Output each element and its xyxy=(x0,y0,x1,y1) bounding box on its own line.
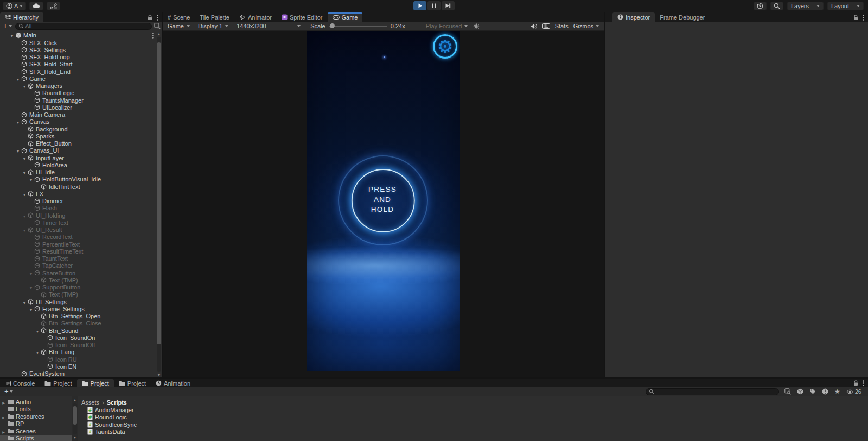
tab-inspector[interactable]: Inspector xyxy=(612,12,655,22)
folder-row[interactable]: Scripts xyxy=(0,435,72,441)
breadcrumb-current[interactable]: Scripts xyxy=(107,399,127,406)
hierarchy-item[interactable]: SFX_Settings xyxy=(0,46,162,53)
breadcrumb-root[interactable]: Assets xyxy=(81,399,99,406)
hierarchy-item[interactable]: Icon EN xyxy=(0,363,162,370)
package-icon[interactable] xyxy=(797,388,803,395)
scrollbar-thumb[interactable] xyxy=(157,42,161,344)
hierarchy-item[interactable]: TimerText xyxy=(0,219,162,226)
hierarchy-item[interactable]: TauntsManager xyxy=(0,97,162,104)
scene-root-row[interactable]: ▼ Main xyxy=(0,32,162,39)
hierarchy-item[interactable]: TapCatcher xyxy=(0,262,162,269)
expand-arrow[interactable] xyxy=(15,118,21,125)
tab-hierarchy[interactable]: Hierarchy xyxy=(0,12,43,22)
expand-arrow[interactable] xyxy=(21,83,28,89)
hierarchy-item[interactable]: Btn_Sound xyxy=(0,327,162,334)
expand-arrow[interactable] xyxy=(21,191,28,197)
project-search-input[interactable] xyxy=(656,388,776,395)
scroll-down-icon[interactable]: ▼ xyxy=(73,435,77,440)
tab-animation[interactable]: Animation xyxy=(151,379,195,387)
tab-project-2[interactable]: Project xyxy=(77,379,114,387)
hierarchy-item[interactable]: Canvas_UI xyxy=(0,147,162,154)
expand-arrow[interactable] xyxy=(34,349,41,355)
scroll-up-icon[interactable]: ▲ xyxy=(73,398,77,402)
label-tag-icon[interactable] xyxy=(809,388,816,395)
hierarchy-item[interactable]: Btn_Settings_Close xyxy=(0,320,162,327)
tab-tile-palette[interactable]: Tile Palette xyxy=(195,12,234,22)
folder-row[interactable]: RP xyxy=(0,420,72,428)
hierarchy-item[interactable]: Game xyxy=(0,75,162,82)
panel-menu-icon[interactable] xyxy=(863,380,864,386)
hierarchy-item[interactable]: Canvas xyxy=(0,118,162,125)
account-button[interactable]: A xyxy=(3,2,26,10)
hierarchy-item[interactable]: UI_Result xyxy=(0,226,162,234)
layout-dropdown[interactable]: Layout xyxy=(827,2,864,10)
hierarchy-item[interactable]: SFX_Hold_Start xyxy=(0,61,162,68)
scale-slider-knob[interactable] xyxy=(330,23,335,28)
expand-arrow[interactable] xyxy=(21,212,28,219)
file-row[interactable]: # TauntsData xyxy=(78,429,868,436)
expand-arrow[interactable] xyxy=(28,284,34,291)
hierarchy-item[interactable]: UI_Idle xyxy=(0,169,162,176)
project-search-field[interactable] xyxy=(646,388,779,395)
hierarchy-item[interactable]: Background xyxy=(0,125,162,133)
scroll-down-icon[interactable]: ▼ xyxy=(157,373,161,377)
folder-expand-arrow[interactable] xyxy=(0,399,7,405)
hierarchy-item[interactable]: Icon RU xyxy=(0,356,162,363)
hierarchy-item[interactable]: Btn_Lang xyxy=(0,349,162,356)
file-row[interactable]: # SoundIconSync xyxy=(78,421,868,429)
hierarchy-item[interactable]: SFX_Hold_End xyxy=(0,68,162,75)
hierarchy-item[interactable]: Icon_SoundOn xyxy=(0,334,162,341)
play-button[interactable] xyxy=(413,1,426,10)
settings-gear-button[interactable]: ⚙ xyxy=(433,34,457,59)
hierarchy-item[interactable]: SFX_HoldLoop xyxy=(0,54,162,61)
hierarchy-item[interactable]: SupportButton xyxy=(0,284,162,291)
tab-console[interactable]: Console xyxy=(0,379,40,387)
tab-project-3[interactable]: Project xyxy=(114,379,151,387)
hierarchy-item[interactable]: Text (TMP) xyxy=(0,276,162,284)
hierarchy-item[interactable]: Sparks xyxy=(0,133,162,140)
expand-arrow[interactable] xyxy=(28,306,34,312)
gizmos-dropdown[interactable]: Gizmos xyxy=(573,23,599,29)
folder-row[interactable]: Resources xyxy=(0,413,72,420)
expand-arrow[interactable] xyxy=(21,299,28,305)
expand-arrow[interactable] xyxy=(28,270,34,276)
search-everything-button[interactable] xyxy=(770,2,783,10)
tab-animator[interactable]: Animator xyxy=(234,12,277,22)
focus-mode-dropdown[interactable]: Play Focused xyxy=(423,22,471,30)
expand-arrow[interactable] xyxy=(21,226,28,233)
scroll-up-icon[interactable]: ▲ xyxy=(157,32,161,36)
search-by-type-icon[interactable] xyxy=(784,388,791,395)
hierarchy-item[interactable]: FX xyxy=(0,190,162,197)
panel-menu-icon[interactable] xyxy=(157,15,158,21)
undo-history-button[interactable] xyxy=(754,2,767,10)
debug-bug-icon[interactable] xyxy=(473,23,480,29)
lock-icon[interactable] xyxy=(853,15,858,21)
favorites-star-icon[interactable]: ★ xyxy=(834,389,840,394)
dock-menu-icon[interactable] xyxy=(605,14,612,20)
project-add-button[interactable]: + xyxy=(3,389,14,394)
hierarchy-item[interactable]: Flash xyxy=(0,205,162,212)
hierarchy-item[interactable]: HoldButtonVisual_Idle xyxy=(0,176,162,183)
hierarchy-search-input[interactable] xyxy=(25,23,149,29)
step-button[interactable] xyxy=(442,1,455,10)
tab-sprite-editor[interactable]: Sprite Editor xyxy=(277,12,328,22)
expand-arrow[interactable] xyxy=(15,147,21,154)
hierarchy-item[interactable]: UILocalizer xyxy=(0,104,162,111)
hierarchy-item[interactable]: EventSystem xyxy=(0,370,162,377)
tab-scene[interactable]: Scene xyxy=(163,12,195,22)
folder-row[interactable]: Scenes xyxy=(0,427,72,435)
scrollbar-thumb[interactable] xyxy=(73,406,77,425)
hierarchy-add-button[interactable]: + xyxy=(2,23,13,29)
hierarchy-item[interactable]: ResultTimeText xyxy=(0,248,162,255)
hierarchy-item[interactable]: IdleHintText xyxy=(0,183,162,190)
expand-arrow[interactable] xyxy=(28,176,34,182)
hierarchy-item[interactable]: InputLayer xyxy=(0,154,162,161)
hierarchy-item[interactable]: Effect_Button xyxy=(0,140,162,147)
display-dropdown[interactable]: Display 1 xyxy=(195,22,231,30)
folder-row[interactable]: Fonts xyxy=(0,406,72,413)
hierarchy-search-field[interactable] xyxy=(15,23,152,30)
game-screen[interactable]: PRESS AND HOLD ⚙ xyxy=(307,32,460,371)
hierarchy-item[interactable]: SFX_Click xyxy=(0,39,162,46)
search-preset-icon[interactable] xyxy=(154,23,161,29)
pause-button[interactable] xyxy=(427,1,441,10)
